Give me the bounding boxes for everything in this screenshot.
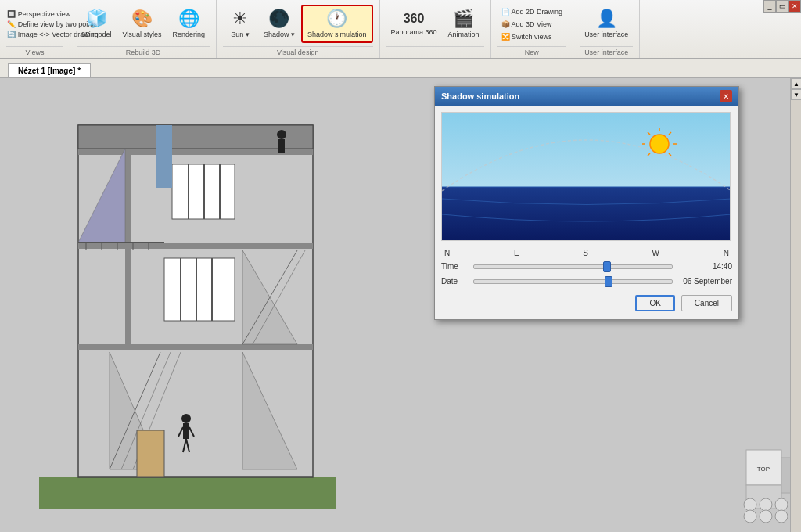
shadow-simulation-btn[interactable]: 🕐 Shadow simulation [301,5,373,43]
svg-rect-7 [188,164,189,219]
svg-rect-24 [137,430,164,477]
dialog-title-text: Shadow simulation [441,92,519,101]
svg-rect-4 [78,243,313,249]
panorama-btn[interactable]: 360 Panorama 360 [386,9,442,38]
time-value: 14:40 [677,262,732,271]
shadow-sim-icon: 🕐 [326,8,347,31]
time-row: Time 14:40 [441,262,732,271]
3d-model-btn[interactable]: 🧊 3D model [77,6,117,41]
sun-label: Sun ▾ [231,31,250,40]
rebuild-section-label: Rebuild 3D [77,46,210,56]
tabbar: Nézet 1 [Image] * [0,59,801,78]
svg-rect-13 [211,258,213,321]
rendering-btn[interactable]: 🌐 Rendering [167,6,210,41]
rendering-icon: 🌐 [178,8,199,31]
date-row: Date 06 September [441,277,732,286]
add-3d-btn[interactable]: 📦 Add 3D View [497,19,567,30]
svg-rect-0 [39,477,336,509]
new-section-label: New [497,46,567,56]
compass-row: N E S W N [441,247,732,259]
close-btn[interactable]: ✕ [788,0,801,13]
date-label: Date [441,277,469,286]
dialog-close-btn[interactable]: ✕ [720,90,732,102]
visual-styles-btn[interactable]: 🎨 Visual styles [118,6,167,41]
views-button[interactable]: 🖼 Views [0,6,4,41]
canvas-area[interactable]: Shadow simulation ✕ [0,78,801,532]
svg-rect-11 [180,258,181,321]
toolbar-section-pano: 360 Panorama 360 🎬 Animation [380,0,491,58]
user-interface-btn[interactable]: 👤 User interface [580,6,633,41]
rendering-label: Rendering [172,31,205,40]
compass-W: W [652,249,659,257]
scroll-up-btn[interactable]: ▲ [791,78,801,89]
shadow-simulation-label: Shadow simulation [307,31,367,40]
animation-label: Animation [448,31,480,40]
add-2d-btn[interactable]: 📄 Add 2D Drawing [497,6,567,17]
view-cube[interactable]: TOP [735,446,797,524]
svg-point-59 [760,510,772,523]
svg-rect-41 [442,113,731,187]
svg-point-56 [760,498,772,511]
svg-text:TOP: TOP [757,466,770,473]
cancel-button[interactable]: Cancel [681,295,732,311]
content-wrapper: Nézet 1 [Image] * [0,59,801,532]
panorama-icon: 360 [404,11,425,27]
toolbar-section-rebuild: 🧊 3D model 🎨 Visual styles 🌐 Rendering R… [70,0,217,58]
shadow-icon: 🌑 [268,8,289,31]
toolbar-section-views: 🖼 Views 🔲 Perspective view ✏️ Define vie… [0,0,70,58]
ui-buttons: 👤 User interface [580,3,633,45]
view-cube-svg: TOP [735,446,797,524]
switch-views-btn[interactable]: 🔀 Switch views [497,31,567,42]
pano-buttons: 360 Panorama 360 🎬 Animation [386,3,484,45]
3d-model-icon: 🧊 [86,8,107,31]
svg-point-25 [181,414,191,423]
visual-design-buttons: ☀ Sun ▾ 🌑 Shadow ▾ 🕐 Shadow simulation [223,3,373,45]
dialog-body: N E S W N Time 14:40 [435,106,738,319]
svg-rect-26 [183,423,189,439]
compass-S: S [583,249,588,257]
main-area: Shadow simulation ✕ [0,78,801,532]
ok-button[interactable]: OK [635,295,674,311]
svg-point-31 [277,130,286,139]
svg-rect-8 [203,164,205,219]
minimize-btn[interactable]: _ [763,0,776,13]
date-value: 06 September [677,277,732,286]
new-buttons: 📄 Add 2D Drawing 📦 Add 3D View 🔀 Switch … [497,3,567,45]
sun-btn[interactable]: ☀ Sun ▾ [223,6,257,41]
tab-nezet1[interactable]: Nézet 1 [Image] * [8,63,91,77]
shadow-label: Shadow ▾ [264,31,295,40]
toolbar: 🖼 Views 🔲 Perspective view ✏️ Define vie… [0,0,801,59]
toolbar-section-visual-design: ☀ Sun ▾ 🌑 Shadow ▾ 🕐 Shadow simulation V… [217,0,380,58]
user-interface-icon: 👤 [596,8,617,31]
svg-rect-9 [219,164,221,219]
time-slider-thumb[interactable] [603,261,611,272]
animation-btn[interactable]: 🎬 Animation [444,6,484,41]
sun-path-container [441,112,731,241]
toolbar-section-ui: 👤 User interface User interface [573,0,640,58]
restore-btn[interactable]: ▭ [776,0,788,13]
sun-path-svg [442,113,731,241]
svg-point-57 [775,498,788,511]
rebuild-buttons: 🧊 3D model 🎨 Visual styles 🌐 Rendering [77,3,210,45]
time-slider-track[interactable] [473,264,673,269]
toolbar-section-new: 📄 Add 2D Drawing 📦 Add 3D View 🔀 Switch … [491,0,574,58]
animation-icon: 🎬 [453,8,474,31]
date-slider-thumb[interactable] [605,276,612,287]
shadow-btn[interactable]: 🌑 Shadow ▾ [259,6,300,41]
scroll-down-btn[interactable]: ▼ [791,89,801,100]
3d-model-label: 3D model [81,31,112,40]
svg-rect-15 [125,243,131,344]
svg-rect-10 [164,258,235,321]
dialog-buttons: OK Cancel [441,292,732,313]
visual-styles-icon: 🎨 [131,8,153,31]
date-slider-track[interactable] [473,279,673,284]
svg-rect-42 [442,187,731,241]
svg-rect-3 [78,344,313,350]
panorama-label: Panorama 360 [391,28,437,38]
window-controls: _ ▭ ✕ [763,0,801,13]
sun-icon: ☀ [232,8,248,31]
ui-section-label: User interface [580,46,633,56]
shadow-dialog: Shadow simulation ✕ [434,86,739,320]
svg-rect-32 [278,139,285,153]
visual-styles-label: Visual styles [123,31,162,40]
